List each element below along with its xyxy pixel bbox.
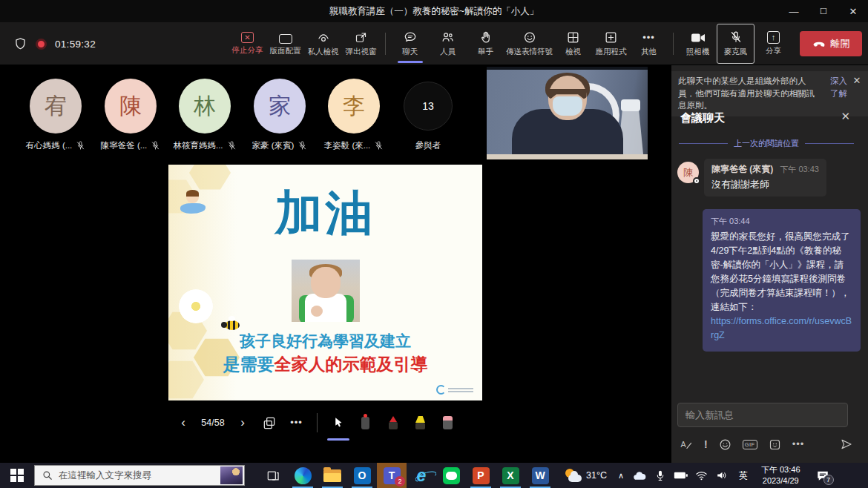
participant-tile[interactable]: 宥 有心媽媽 (...	[19, 79, 93, 151]
chat-message-own[interactable]: 下午 03:44 親愛的家長您好，很高興您完成了4/29下午2點到4點的《教養的…	[703, 209, 861, 352]
mic-muted-icon	[729, 30, 743, 44]
window-title: 親職教育講座（一）教養的秘密~解讀你的「小人」	[329, 5, 539, 18]
share-button[interactable]: ↑ 分享	[754, 24, 792, 64]
view-button[interactable]: 檢視	[554, 24, 592, 64]
raise-hand-button[interactable]: 舉手	[467, 24, 504, 64]
private-view-button[interactable]: 私人檢視	[304, 24, 342, 64]
message-author: 陳寧爸爸 (來賓)	[711, 163, 773, 176]
avatar: 李	[328, 79, 380, 133]
taskbar-app-ie[interactable]: e	[407, 463, 436, 488]
priority-icon[interactable]: !	[704, 438, 708, 450]
presenter-video-tile[interactable]	[487, 67, 648, 159]
chat-message-input[interactable]	[677, 403, 848, 427]
slide-page-indicator: 54/58	[196, 409, 230, 436]
pointer-tool-button[interactable]	[324, 409, 352, 436]
battery-icon[interactable]	[672, 464, 690, 487]
task-view-button[interactable]	[258, 463, 288, 488]
participant-name: 有心媽媽 (...	[26, 140, 73, 151]
external-users-banner: 此聊天中的某些人是組織外部的人員，他們可能有適用於聊天的相關訊息原則。 深入了解…	[671, 71, 868, 116]
cursor-icon	[332, 415, 345, 430]
taskbar-app-line[interactable]	[436, 463, 466, 488]
message-time: 下午 03:43	[780, 164, 819, 175]
next-slide-button[interactable]: ›	[230, 409, 255, 436]
participant-tile[interactable]: 李 李姿毅 (來...	[317, 79, 391, 151]
participant-name: 林筱育媽媽...	[173, 140, 223, 151]
clock-time: 下午 03:46	[761, 464, 800, 475]
gif-icon[interactable]: GIF	[743, 440, 757, 449]
taskbar-weather[interactable]: 31°C	[564, 469, 607, 482]
participant-tile[interactable]: 陳 陳寧爸爸 (...	[93, 79, 168, 151]
laser-tool-button[interactable]	[352, 409, 379, 436]
stop-share-button[interactable]: ✕ 停止分享	[228, 24, 266, 64]
compose-more-icon[interactable]: •••	[792, 438, 805, 451]
tray-mic-icon[interactable]	[651, 464, 669, 487]
chat-button[interactable]: 聊天	[391, 24, 429, 64]
taskbar-clock[interactable]: 下午 03:46 2023/4/29	[755, 464, 806, 487]
taskbar-app-teams[interactable]: T 2	[377, 463, 407, 488]
last-read-divider: 上一次的閱讀位置	[679, 138, 854, 149]
weather-icon	[564, 469, 582, 482]
popout-button[interactable]: 彈出視窗	[342, 24, 380, 64]
onedrive-icon[interactable]	[631, 464, 648, 487]
sticker-icon[interactable]	[769, 438, 781, 451]
search-input[interactable]	[59, 470, 214, 481]
taskbar-search[interactable]	[34, 465, 245, 486]
wifi-icon[interactable]	[693, 464, 711, 487]
eraser-tool-button[interactable]	[434, 409, 461, 436]
layout-button[interactable]: 版面配置	[266, 24, 304, 64]
participant-tile[interactable]: 林 林筱育媽媽...	[168, 79, 242, 151]
speaker-icon[interactable]	[714, 464, 731, 487]
grid-view-icon	[566, 30, 580, 44]
slide-grid-button[interactable]	[255, 409, 283, 436]
people-icon	[440, 30, 456, 44]
notification-count: 7	[823, 475, 834, 485]
meeting-timer: 01:59:32	[55, 39, 96, 50]
taskbar-app-word[interactable]: W	[525, 463, 555, 488]
microphone-button[interactable]: 麥克風	[717, 24, 754, 64]
more-button[interactable]: ••• 其他	[630, 24, 668, 64]
tray-expand-icon[interactable]: ∧	[614, 471, 628, 481]
minimize-icon[interactable]: —	[779, 0, 809, 22]
message-text: 沒有謝謝老師	[711, 178, 819, 191]
chat-close-icon[interactable]: ✕	[841, 110, 850, 123]
camera-button[interactable]: 照相機	[679, 24, 717, 64]
presence-status-icon	[693, 177, 700, 185]
format-icon[interactable]: A	[679, 438, 693, 451]
taskbar-app-explorer[interactable]	[318, 463, 347, 488]
message-bubble[interactable]: 陳寧爸爸 (來賓) 下午 03:43 沒有謝謝老師	[704, 159, 826, 197]
taskbar-app-edge[interactable]	[288, 463, 318, 488]
learn-more-link[interactable]: 深入了解	[825, 75, 847, 99]
participant-tile[interactable]: 家 家豪 (來賓)	[243, 79, 317, 151]
taskbar-app-outlook[interactable]: O	[347, 463, 377, 488]
message-text: 親愛的家長您好，很高興您完成了4/29下午2點到4點的《教養的秘密-解讀你的「小…	[711, 230, 852, 343]
close-icon[interactable]: ✕	[838, 0, 868, 22]
people-button[interactable]: 人員	[429, 24, 467, 64]
survey-link[interactable]: https://forms.office.com/r/usevwcBrgZ	[711, 314, 852, 343]
participants-count: 13	[404, 82, 453, 131]
banner-close-icon[interactable]: ✕	[850, 75, 864, 86]
participants-count-tile[interactable]: 13 參與者	[391, 79, 465, 151]
input-language[interactable]: 英	[734, 469, 752, 482]
line-icon	[443, 467, 460, 484]
pen-tool-button[interactable]	[379, 409, 407, 436]
share-arrow-icon: ↑	[767, 31, 780, 44]
shared-slide: 加油 孩子良好行為學習及建立 是需要全家人的示範及引導	[168, 165, 482, 400]
previous-slide-button[interactable]: ‹	[171, 409, 196, 436]
send-reactions-button[interactable]: 傳送表情符號	[504, 24, 554, 64]
apps-button[interactable]: 應用程式	[592, 24, 630, 64]
maximize-icon[interactable]: ☐	[809, 0, 838, 22]
start-button[interactable]	[0, 463, 34, 488]
highlighter-tool-button[interactable]	[407, 409, 434, 436]
avatar: 家	[254, 79, 306, 133]
chat-message-received: 陳 陳寧爸爸 (來賓) 下午 03:43 沒有謝謝老師	[677, 159, 826, 197]
popout-icon	[354, 31, 368, 44]
send-icon[interactable]	[839, 438, 854, 451]
leave-button[interactable]: 離開	[800, 31, 862, 56]
taskbar-app-powerpoint[interactable]: P	[466, 463, 496, 488]
emoji-icon[interactable]	[719, 438, 731, 451]
action-center-button[interactable]: 7	[809, 463, 836, 488]
deck-more-button[interactable]: •••	[283, 409, 310, 436]
slide-text-line1: 孩子良好行為學習及建立	[168, 331, 482, 352]
taskbar-app-excel[interactable]: X	[496, 463, 525, 488]
eye-icon	[316, 31, 331, 44]
